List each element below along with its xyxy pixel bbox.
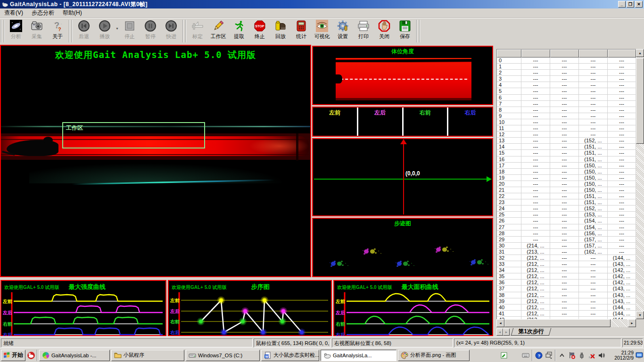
table-row[interactable]: 21------(150, ...--- — [497, 187, 636, 193]
table-row[interactable]: 37(212, ...------(143, ... — [497, 286, 636, 292]
show-desktop-icon[interactable] — [636, 352, 643, 359]
play-dropdown-arrow[interactable]: ▼ — [115, 19, 119, 38]
tab-scroll-left-button[interactable]: ◄ — [496, 329, 503, 336]
table-row[interactable]: 31(213, ...---(162, ...--- — [497, 249, 636, 255]
table-row[interactable]: 3------------ — [497, 76, 636, 82]
table-row[interactable]: 11------------ — [497, 125, 636, 132]
paw-cell-label: 右后 — [448, 109, 492, 117]
help-icon[interactable]: ? — [535, 352, 543, 359]
menu-item-0[interactable]: 查看(V) — [0, 8, 27, 18]
scroll-right-button[interactable]: ► — [628, 319, 636, 327]
toolbar-button-film[interactable]: 回放 — [270, 19, 291, 44]
work-area-rect[interactable]: 工作区 — [62, 122, 205, 148]
table-row[interactable]: 28------(156, ...--- — [497, 230, 636, 237]
table-row[interactable]: 34(212, ...------(142, ... — [497, 267, 636, 273]
table-row[interactable]: 16------(151, ...--- — [497, 156, 636, 163]
taskbar-button-5[interactable]: 分析界面.png - 画图 — [398, 350, 470, 361]
table-row[interactable]: 33(212, ...------(143, ... — [497, 261, 636, 267]
data-cell: --- — [550, 88, 579, 94]
speaker-icon[interactable] — [598, 352, 605, 359]
flag-error-icon[interactable] — [568, 352, 576, 359]
table-row[interactable]: 38(212, ...------(143, ... — [497, 292, 636, 298]
table-row[interactable]: 26------(154, ...--- — [497, 218, 636, 224]
table-row[interactable]: 41(212, ...------(144, ... — [497, 311, 636, 317]
table-row[interactable]: 23------(151, ...--- — [497, 199, 636, 206]
toolbar-button-stop-sign[interactable]: STOP终止 — [249, 19, 270, 44]
taskbar-button-2[interactable]: Windows7_OS (C:) — [186, 350, 260, 361]
table-row[interactable]: 7------------ — [497, 101, 636, 107]
horizontal-scrollbar[interactable]: ◄ ► — [496, 319, 636, 327]
toolbar-button-gear[interactable]: 设置 — [332, 19, 353, 44]
table-row[interactable]: 19------(150, ...--- — [497, 175, 636, 181]
vertical-scrollbar[interactable]: ▲ ▼ — [636, 49, 644, 319]
table-row[interactable]: 4------------ — [497, 82, 636, 88]
data-cell: --- — [579, 298, 608, 304]
start-button[interactable]: 开始 — [1, 350, 25, 361]
table-row[interactable]: 27------(154, ...--- — [497, 224, 636, 230]
toolbar-button-save[interactable]: 保存 — [395, 19, 415, 44]
data-cell: --- — [550, 267, 579, 273]
quick-launch-gal-icon[interactable] — [27, 351, 35, 360]
table-row[interactable]: 22------(151, ...--- — [497, 193, 636, 199]
toolbar-button-question[interactable]: ??关于 — [47, 19, 68, 44]
table-row[interactable]: 35(212, ...------(142, ... — [497, 273, 636, 280]
keyboard-icon[interactable] — [522, 352, 529, 359]
table-row[interactable]: 36(212, ...------(142, ... — [497, 280, 636, 286]
video-feed[interactable]: 欢迎使用Gait Analysis Lab+ 5.0 试用版 工作区 — [0, 45, 311, 277]
menu-item-1[interactable]: 步态分析 — [27, 8, 58, 18]
toolbar-button-hand-stop[interactable]: 关闭 — [374, 19, 395, 44]
table-row[interactable]: 5------------ — [497, 88, 636, 94]
table-row[interactable]: 12------------ — [497, 132, 636, 138]
restore-button[interactable]: ❐ — [627, 1, 634, 8]
table-row[interactable]: 6------------ — [497, 95, 636, 101]
table-row[interactable]: 17------(150, ...--- — [497, 163, 636, 169]
vertical-scroll-thumb[interactable] — [636, 58, 644, 144]
table-row[interactable]: 18------(150, ...--- — [497, 169, 636, 175]
data-cell: (152, ... — [579, 206, 608, 212]
table-row[interactable]: 25------(153, ...--- — [497, 212, 636, 218]
table-row[interactable]: 10------------ — [497, 119, 636, 125]
minimize-button[interactable]: _ — [618, 1, 626, 8]
close-button[interactable]: ✕ — [635, 1, 643, 8]
table-row[interactable]: 39(212, ...------(143, ... — [497, 298, 636, 304]
table-row[interactable]: 1------------ — [497, 64, 636, 70]
chevron-up-icon[interactable] — [558, 352, 566, 359]
table-row[interactable]: 13------(152, ...--- — [497, 138, 636, 144]
table-row[interactable]: 8------------ — [497, 107, 636, 113]
taskbar-button-0[interactable]: GaitAnalysisLab -... — [39, 350, 110, 361]
toolbar-button-runner[interactable]: 提取 — [229, 19, 249, 44]
power-plug-icon[interactable] — [578, 352, 586, 359]
table-row[interactable]: 0------------ — [497, 58, 636, 64]
toolbar-button-pencil[interactable]: 工作区 — [208, 19, 229, 44]
restore-tray-icon[interactable] — [545, 352, 553, 359]
horizontal-scroll-thumb[interactable] — [504, 319, 611, 327]
taskbar-button-4[interactable]: GaitAnalysisLa... — [321, 350, 396, 361]
table-row[interactable]: 9------------ — [497, 113, 636, 119]
paw-print-cluster — [436, 247, 450, 253]
scroll-up-button[interactable]: ▲ — [636, 49, 644, 57]
table-row[interactable]: 24------(152, ...--- — [497, 206, 636, 212]
toolbar-button-label: 停止 — [124, 33, 135, 40]
taskbar-button-3[interactable]: W大小鼠步态实时检... — [261, 350, 319, 361]
toolbar-button-eye[interactable]: 可视化 — [312, 19, 332, 44]
data-cell: --- — [579, 286, 608, 292]
table-row[interactable]: 15------(151, ...--- — [497, 150, 636, 156]
table-row[interactable]: 30(214, ...---(157, ...--- — [497, 243, 636, 249]
notes-icon[interactable] — [500, 352, 508, 359]
table-row[interactable]: 14------(151, ...--- — [497, 144, 636, 150]
toolbar-button-printer[interactable]: 打印 — [353, 19, 374, 44]
network-offline-icon[interactable] — [588, 352, 595, 359]
table-row[interactable]: 29------(157, ...--- — [497, 237, 636, 243]
tab-scroll-right-button[interactable]: ► — [503, 329, 510, 336]
table-row[interactable]: 32(212, ...------(144, ... — [497, 255, 636, 261]
taskbar-button-1[interactable]: 小鼠程序 — [111, 350, 184, 361]
toolbar-button-calculator[interactable]: 统计 — [291, 19, 312, 44]
menu-item-2[interactable]: 帮助(H) — [58, 8, 86, 18]
walk-sheet-tab[interactable]: 第1次步行 — [511, 328, 551, 336]
taskbar-clock[interactable]: 21:29 2012/2/9 — [607, 350, 634, 361]
table-row[interactable]: 40(212, ...------(144, ... — [497, 304, 636, 311]
table-row[interactable]: 20------(150, ...--- — [497, 181, 636, 187]
scroll-left-button[interactable]: ◄ — [496, 319, 504, 327]
scroll-down-button[interactable]: ▼ — [636, 311, 644, 319]
table-row[interactable]: 2------------ — [497, 70, 636, 76]
